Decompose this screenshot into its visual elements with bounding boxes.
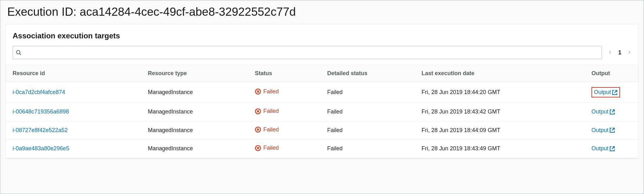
page-prev-icon[interactable] xyxy=(608,49,613,56)
output-link[interactable]: Output xyxy=(591,108,615,115)
status-failed: Failed xyxy=(255,145,279,151)
resource-id-link[interactable]: i-0ca7d2cbf4afce874 xyxy=(13,89,65,95)
detailed-status-cell: Failed xyxy=(320,103,415,121)
col-last-exec-date[interactable]: Last execution date xyxy=(415,65,585,82)
error-icon xyxy=(255,126,261,133)
table-row: i-0a9ae483a80e296e5ManagedInstanceFailed… xyxy=(6,140,638,158)
resource-id-link[interactable]: i-08727e8f42e522a52 xyxy=(13,127,68,133)
detailed-status-cell: Failed xyxy=(320,82,415,103)
external-link-icon xyxy=(609,127,615,133)
table-header-row: Resource id Resource type Status Detaile… xyxy=(6,65,638,82)
svg-line-5 xyxy=(614,90,617,93)
page-next-icon[interactable] xyxy=(627,49,631,56)
output-link-label: Output xyxy=(591,145,608,152)
col-resource-type[interactable]: Resource type xyxy=(141,65,248,82)
svg-line-17 xyxy=(612,147,614,149)
page-container: Execution ID: aca14284-4cec-49cf-abe8-32… xyxy=(0,0,644,194)
status-failed: Failed xyxy=(255,88,279,95)
resource-id-link[interactable]: i-00648c719356a6898 xyxy=(13,108,69,115)
output-link-label: Output xyxy=(591,127,608,134)
panel-title: Association execution targets xyxy=(13,31,631,40)
svg-line-9 xyxy=(612,110,614,112)
panel-toolbar: 1 xyxy=(6,46,638,65)
panel-header: Association execution targets xyxy=(6,25,638,46)
targets-table: Resource id Resource type Status Detaile… xyxy=(6,65,638,158)
status-failed: Failed xyxy=(255,126,279,133)
status-failed: Failed xyxy=(255,108,279,114)
resource-type-cell: ManagedInstance xyxy=(141,140,248,158)
resource-id-link[interactable]: i-0a9ae483a80e296e5 xyxy=(13,145,69,152)
status-text: Failed xyxy=(263,126,279,133)
external-link-icon xyxy=(612,90,618,95)
svg-line-1 xyxy=(20,53,21,55)
search-input[interactable] xyxy=(13,46,602,59)
col-resource-id[interactable]: Resource id xyxy=(6,65,141,82)
search-wrapper xyxy=(13,46,602,59)
pagination: 1 xyxy=(608,49,631,56)
svg-point-0 xyxy=(16,50,20,54)
svg-line-13 xyxy=(612,128,614,131)
resource-type-cell: ManagedInstance xyxy=(141,121,248,140)
page-title: Execution ID: aca14284-4cec-49cf-abe8-32… xyxy=(0,0,644,24)
output-link-label: Output xyxy=(594,89,611,96)
output-link[interactable]: Output xyxy=(591,127,615,134)
resource-type-cell: ManagedInstance xyxy=(141,82,248,103)
resource-type-cell: ManagedInstance xyxy=(141,103,248,121)
external-link-icon xyxy=(609,146,615,152)
detailed-status-cell: Failed xyxy=(320,140,415,158)
last-exec-date-cell: Fri, 28 Jun 2019 18:43:49 GMT xyxy=(415,140,585,158)
last-exec-date-cell: Fri, 28 Jun 2019 18:43:42 GMT xyxy=(415,103,585,121)
search-icon xyxy=(16,50,21,55)
output-link[interactable]: Output xyxy=(591,145,615,152)
table-row: i-00648c719356a6898ManagedInstanceFailed… xyxy=(6,103,638,121)
status-text: Failed xyxy=(263,108,279,114)
error-icon xyxy=(255,108,261,114)
status-text: Failed xyxy=(263,88,279,95)
detailed-status-cell: Failed xyxy=(320,121,415,140)
targets-panel: Association execution targets 1 xyxy=(5,24,639,158)
table-row: i-08727e8f42e522a52ManagedInstanceFailed… xyxy=(6,121,638,140)
col-output[interactable]: Output xyxy=(585,65,638,82)
last-exec-date-cell: Fri, 28 Jun 2019 18:44:09 GMT xyxy=(415,121,585,140)
col-detailed-status[interactable]: Detailed status xyxy=(320,65,415,82)
col-status[interactable]: Status xyxy=(248,65,320,82)
status-text: Failed xyxy=(263,145,279,151)
error-icon xyxy=(255,145,261,151)
last-exec-date-cell: Fri, 28 Jun 2019 18:44:20 GMT xyxy=(415,82,585,103)
page-number: 1 xyxy=(618,49,621,56)
table-row: i-0ca7d2cbf4afce874ManagedInstanceFailed… xyxy=(6,82,638,103)
error-icon xyxy=(255,88,261,95)
output-link-label: Output xyxy=(591,108,608,115)
external-link-icon xyxy=(609,109,615,115)
output-link[interactable]: Output xyxy=(594,89,618,96)
